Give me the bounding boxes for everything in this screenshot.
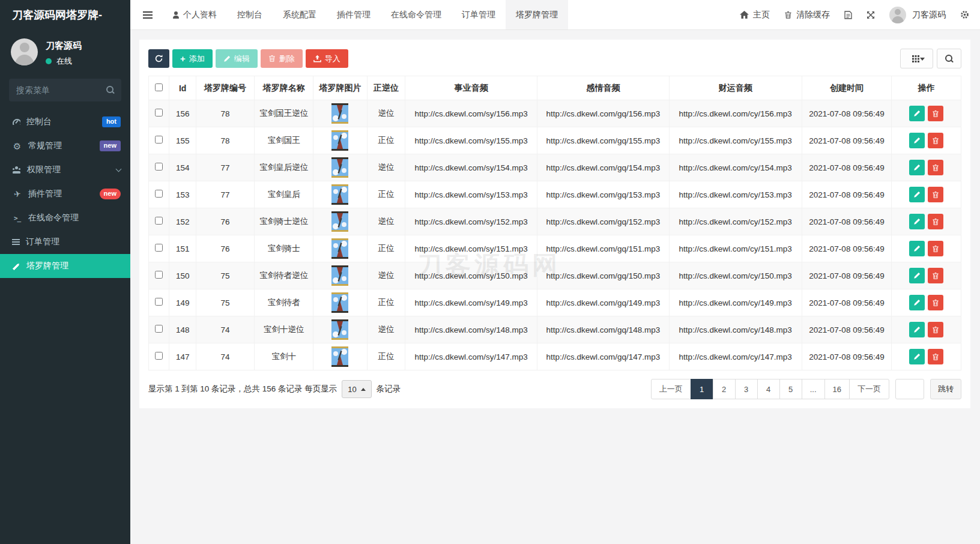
cell-orientation: 正位 xyxy=(367,343,405,370)
row-delete-button[interactable] xyxy=(928,214,943,229)
column-header[interactable]: 塔罗牌编号 xyxy=(196,76,254,100)
import-button[interactable]: 导入 xyxy=(306,49,348,68)
column-header[interactable]: 财运音频 xyxy=(669,76,802,100)
row-delete-button[interactable] xyxy=(928,133,943,148)
tarot-card-image[interactable] xyxy=(331,238,348,259)
row-edit-button[interactable] xyxy=(909,241,925,256)
row-checkbox[interactable] xyxy=(155,298,163,306)
jump-button[interactable]: 跳转 xyxy=(930,379,961,399)
tarot-card-image[interactable] xyxy=(331,157,348,178)
column-header[interactable]: 塔罗牌图片 xyxy=(313,76,367,100)
row-delete-button[interactable] xyxy=(928,349,943,364)
refresh-button[interactable] xyxy=(148,49,169,68)
row-edit-button[interactable] xyxy=(909,106,925,121)
nav-tab[interactable]: 订单管理 xyxy=(452,0,506,29)
sidebar-item[interactable]: 塔罗牌管理 xyxy=(0,254,130,278)
row-delete-button[interactable] xyxy=(928,187,943,202)
row-checkbox[interactable] xyxy=(155,352,163,360)
row-checkbox[interactable] xyxy=(155,271,163,279)
sidebar-item[interactable]: 在线命令管理 xyxy=(0,206,130,230)
edit-button[interactable]: 编辑 xyxy=(216,49,258,68)
tarot-card-image[interactable] xyxy=(331,130,348,151)
column-header[interactable]: 塔罗牌名称 xyxy=(255,76,313,100)
tarot-card-image[interactable] xyxy=(331,346,348,367)
sidebar-item[interactable]: 权限管理 xyxy=(0,158,130,182)
row-delete-button[interactable] xyxy=(928,295,943,310)
row-delete-button[interactable] xyxy=(928,241,943,256)
column-header[interactable]: 创建时间 xyxy=(802,76,892,100)
column-header[interactable]: 操作 xyxy=(892,76,961,100)
select-all-checkbox[interactable] xyxy=(155,83,163,91)
tarot-card-image[interactable] xyxy=(331,265,348,286)
column-header[interactable]: 正逆位 xyxy=(367,76,405,100)
nav-tab[interactable]: 控制台 xyxy=(227,0,273,29)
page-item[interactable]: 4 xyxy=(757,379,780,399)
row-checkbox[interactable] xyxy=(155,136,163,144)
row-delete-button[interactable] xyxy=(928,268,943,283)
fullscreen-button[interactable] xyxy=(867,11,875,19)
sidebar-item[interactable]: 订单管理 xyxy=(0,230,130,254)
sidebar-item[interactable]: 插件管理 new xyxy=(0,182,130,206)
tarot-card-image[interactable] xyxy=(331,103,348,124)
clear-cache-link[interactable]: 清除缓存 xyxy=(784,10,830,20)
tarot-card-image[interactable] xyxy=(331,319,348,340)
row-edit-button[interactable] xyxy=(909,295,925,310)
nav-tab[interactable]: 插件管理 xyxy=(327,0,381,29)
document-button[interactable] xyxy=(844,11,852,19)
row-edit-button[interactable] xyxy=(909,214,925,229)
row-checkbox[interactable] xyxy=(155,217,163,225)
tarot-card-image[interactable] xyxy=(331,211,348,232)
nav-tab[interactable]: 个人资料 xyxy=(162,0,227,29)
page-item[interactable]: 5 xyxy=(779,379,802,399)
table-search-button[interactable] xyxy=(937,49,961,68)
row-edit-button[interactable] xyxy=(909,349,925,364)
row-checkbox[interactable] xyxy=(155,109,163,116)
row-delete-button[interactable] xyxy=(928,106,943,121)
nav-tab[interactable]: 在线命令管理 xyxy=(381,0,452,29)
row-edit-button[interactable] xyxy=(909,133,925,148)
row-edit-button[interactable] xyxy=(909,268,925,283)
column-header[interactable]: 事业音频 xyxy=(405,76,537,100)
nav-tab[interactable]: 塔罗牌管理 xyxy=(506,0,568,29)
row-checkbox[interactable] xyxy=(155,244,163,252)
page-item[interactable]: 16 xyxy=(824,379,850,399)
row-delete-button[interactable] xyxy=(928,322,943,337)
row-edit-button[interactable] xyxy=(909,160,925,175)
row-edit-button[interactable] xyxy=(909,187,925,202)
row-delete-button[interactable] xyxy=(928,160,943,175)
trash-icon xyxy=(932,272,939,280)
page-size-select[interactable]: 10 xyxy=(342,380,371,398)
page-item[interactable]: 1 xyxy=(691,379,713,399)
settings-button[interactable] xyxy=(960,10,969,19)
sidebar-toggle-button[interactable] xyxy=(130,0,162,29)
sidebar-item[interactable]: 常规管理 new xyxy=(0,134,130,158)
home-link[interactable]: 主页 xyxy=(740,10,770,20)
row-checkbox[interactable] xyxy=(155,190,163,198)
page-item[interactable]: ... xyxy=(802,379,825,399)
delete-button[interactable]: 删除 xyxy=(261,49,303,68)
tarot-card-image[interactable] xyxy=(331,184,348,205)
cell-orientation: 正位 xyxy=(367,181,405,208)
user-avatar[interactable] xyxy=(11,38,38,65)
columns-button[interactable] xyxy=(900,49,933,68)
menu-search-input[interactable] xyxy=(9,79,121,101)
page-item-label: ... xyxy=(810,385,817,394)
row-checkbox[interactable] xyxy=(155,163,163,171)
nav-tab-label: 控制台 xyxy=(237,10,262,20)
column-header[interactable]: Id xyxy=(169,76,196,100)
page-next[interactable]: 下一页 xyxy=(849,379,889,399)
sidebar-item[interactable]: 控制台 hot xyxy=(0,110,130,134)
page-item[interactable]: 2 xyxy=(713,379,736,399)
nav-tab[interactable]: 系统配置 xyxy=(273,0,327,29)
cell-name: 宝剑待者 xyxy=(255,289,313,316)
page-prev[interactable]: 上一页 xyxy=(651,379,691,399)
column-header[interactable]: 感情音频 xyxy=(537,76,670,100)
add-button[interactable]: 添加 xyxy=(172,49,213,68)
row-edit-button[interactable] xyxy=(909,322,925,337)
trash-icon xyxy=(784,11,792,19)
page-item[interactable]: 3 xyxy=(735,379,758,399)
tarot-card-image[interactable] xyxy=(331,292,348,313)
navbar-user-menu[interactable]: 刀客源码 xyxy=(889,7,946,23)
row-checkbox[interactable] xyxy=(155,325,163,333)
jump-page-input[interactable] xyxy=(895,379,924,399)
